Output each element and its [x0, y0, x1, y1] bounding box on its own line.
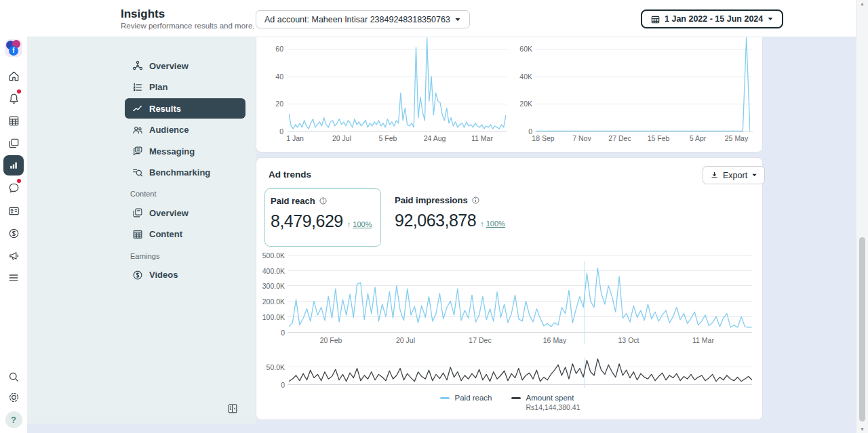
overview-nodes-icon — [132, 60, 144, 72]
insights-nav-panel: Overview Plan Results Audience Messaging… — [27, 37, 256, 424]
scrollbar-thumb[interactable] — [859, 237, 865, 421]
nav-section-content: Content — [130, 190, 157, 198]
top-left-chart[interactable] — [289, 37, 506, 131]
collapse-panel-icon[interactable] — [226, 403, 239, 417]
scroll-up-icon[interactable]: ▲ — [856, 1, 868, 6]
export-button[interactable]: Export — [703, 166, 765, 184]
nav-item-benchmarking[interactable]: Benchmarking — [125, 163, 245, 183]
scroll-down-icon[interactable]: ▼ — [856, 427, 868, 432]
legend-item-paid-reach[interactable]: Paid reach — [440, 394, 492, 402]
info-icon[interactable] — [319, 197, 328, 205]
pages-icon — [132, 207, 144, 219]
metric-value: 8,479,629 — [271, 211, 343, 231]
nav-item-content[interactable]: Content — [125, 224, 245, 245]
ad-account-dropdown[interactable]: Ad account: Maheen Intisar 2384924831835… — [256, 10, 470, 28]
nav-item-audience[interactable]: Audience — [125, 120, 245, 140]
chevron-down-icon — [767, 16, 774, 22]
chevron-down-icon — [751, 172, 757, 178]
metric-card-paid-impressions[interactable]: Paid impressions 92,063,878 ↑ 100% — [389, 188, 525, 247]
legend-swatch-blue — [440, 397, 450, 399]
axis-tick: 18 Sep — [532, 134, 554, 142]
settings-icon[interactable] — [0, 386, 27, 408]
metric-value: 92,063,878 — [395, 211, 476, 230]
axis-tick: 0 — [509, 127, 532, 136]
axis-tick: 20K — [509, 100, 532, 108]
axis-tick: 40K — [509, 73, 532, 81]
chart-legend: Paid reach Amount spent Rs14,144,380.41 — [256, 394, 764, 411]
legend-amount-value: Rs14,144,380.41 — [526, 403, 580, 411]
search-icon[interactable] — [0, 366, 27, 388]
change-value[interactable]: 100% — [353, 220, 372, 228]
axis-tick: 15 Feb — [648, 134, 670, 142]
date-range-label: 1 Jan 2022 - 15 Jun 2024 — [665, 14, 763, 24]
axis-tick: 11 Mar — [471, 134, 493, 142]
page-info-icon[interactable] — [0, 200, 27, 222]
change-arrow: ↑ — [347, 220, 351, 228]
axis-tick: 7 Nov — [572, 134, 591, 142]
amount-spent-chart[interactable] — [289, 356, 752, 384]
change-value[interactable]: 100% — [486, 220, 505, 228]
axis-tick: 25 May — [725, 134, 748, 142]
axis-tick: 17 Dec — [469, 336, 491, 344]
axis-tick: 1 Jan — [286, 134, 304, 142]
top-charts-card: 60 40 20 0 1 Jan 20 Jul 5 Feb 24 Aug 11 … — [256, 37, 763, 152]
legend-item-amount-spent[interactable]: Amount spent Rs14,144,380.41 — [511, 394, 580, 411]
chevron-down-icon — [454, 16, 461, 23]
messaging-bubble-icon — [132, 145, 144, 157]
axis-tick: 13 Oct — [618, 336, 639, 344]
plan-list-icon — [132, 81, 144, 94]
axis-tick: 40 — [262, 73, 283, 81]
calendar-icon — [650, 14, 660, 24]
dollar-icon — [132, 269, 144, 281]
help-icon[interactable]: ? — [0, 409, 27, 430]
results-trend-icon — [132, 102, 144, 115]
notifications-icon[interactable] — [0, 87, 27, 109]
benchmarking-search-icon — [132, 167, 144, 179]
all-tools-icon[interactable] — [0, 267, 27, 289]
axis-tick: 60K — [509, 45, 532, 53]
left-icon-rail: f ? — [0, 0, 27, 433]
nav-item-messaging[interactable]: Messaging — [125, 141, 245, 161]
axis-tick: 24 Aug — [424, 134, 446, 142]
change-arrow: ↑ — [480, 220, 484, 228]
axis-tick: 60 — [262, 45, 283, 53]
page-subtitle: Review performance results and more. — [121, 22, 255, 30]
info-icon[interactable] — [471, 196, 480, 205]
nav-item-videos[interactable]: Videos — [125, 265, 245, 285]
axis-tick: 5 Apr — [690, 134, 707, 142]
monetization-icon[interactable] — [0, 222, 27, 244]
nav-item-content-overview[interactable]: Overview — [125, 203, 245, 223]
date-range-picker[interactable]: 1 Jan 2022 - 15 Jun 2024 — [641, 9, 783, 28]
table-icon — [132, 228, 144, 241]
messages-icon[interactable] — [0, 177, 27, 199]
metric-label: Paid impressions — [395, 195, 468, 205]
axis-tick: 20 Jul — [396, 336, 415, 344]
ad-trends-card: Ad trends Export Paid reach 8,479,629 ↑ … — [256, 157, 763, 420]
axis-tick: 400.0K — [258, 267, 285, 275]
business-avatar[interactable]: f — [0, 37, 27, 59]
nav-item-results[interactable]: Results — [125, 98, 245, 119]
axis-tick: 20 Feb — [320, 336, 342, 344]
ads-manager-icon[interactable] — [0, 110, 27, 131]
download-icon — [710, 171, 719, 180]
top-right-chart[interactable] — [536, 37, 750, 131]
axis-tick: 11 Mar — [692, 336, 714, 344]
ads-icon[interactable] — [0, 245, 27, 266]
nav-item-plan[interactable]: Plan — [125, 77, 245, 98]
axis-tick: 20 — [262, 100, 283, 108]
insights-icon[interactable] — [0, 154, 27, 176]
home-icon[interactable] — [0, 65, 27, 87]
scrollbar-track[interactable]: ▲ ▼ — [856, 0, 868, 433]
axis-tick: 16 May — [543, 336, 566, 344]
axis-tick: 300.0K — [258, 282, 285, 290]
content-icon[interactable] — [0, 132, 27, 154]
metric-card-paid-reach[interactable]: Paid reach 8,479,629 ↑ 100% — [264, 188, 381, 247]
page-title: Insights — [121, 7, 165, 21]
axis-tick: 0 — [258, 329, 285, 337]
axis-tick: 0 — [258, 381, 285, 389]
paid-reach-chart[interactable] — [289, 255, 752, 332]
axis-tick: 50.0K — [258, 363, 285, 371]
ad-trends-title: Ad trends — [269, 169, 311, 180]
nav-item-overview[interactable]: Overview — [125, 56, 245, 76]
axis-tick: 500.0K — [258, 251, 285, 260]
